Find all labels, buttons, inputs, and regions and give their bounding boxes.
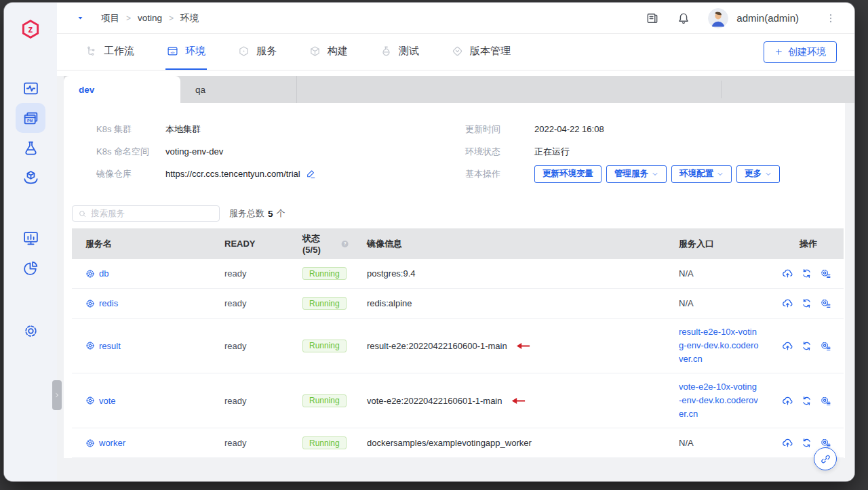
service-helm-icon <box>85 396 95 405</box>
tab-version[interactable]: 版本管理 <box>450 34 512 70</box>
restart-refresh-icon[interactable] <box>801 437 812 449</box>
config-gear-file-icon[interactable] <box>820 340 831 352</box>
create-environment-button[interactable]: 创建环境 <box>764 41 837 63</box>
deploy-cloud-upload-icon[interactable] <box>782 298 793 309</box>
config-gear-file-icon[interactable] <box>820 395 831 407</box>
sidebar-collapse-handle[interactable] <box>52 380 62 410</box>
breadcrumb-projects[interactable]: 项目 <box>101 12 119 24</box>
col-actions: 操作 <box>766 234 844 254</box>
restart-refresh-icon[interactable] <box>801 340 812 352</box>
tab-environment[interactable]: </> 环境 <box>165 34 207 70</box>
test-flask-icon <box>380 45 392 57</box>
status-badge: Running <box>302 340 347 352</box>
more-button[interactable]: 更多 <box>736 165 780 183</box>
tab-label: 构建 <box>328 45 348 58</box>
ready-cell: ready <box>211 431 289 455</box>
svg-text:</>: </> <box>170 51 175 54</box>
update-env-vars-button[interactable]: 更新环境变量 <box>534 165 601 183</box>
tab-test[interactable]: 测试 <box>379 34 420 70</box>
link-icon <box>820 453 831 465</box>
service-name-link[interactable]: db <box>99 268 108 279</box>
col-status: 状态(5/5) ? <box>289 228 353 259</box>
environment-tab-strip: dev qa <box>64 76 854 103</box>
workflow-icon <box>85 45 97 57</box>
deploy-cloud-upload-icon[interactable] <box>782 437 793 449</box>
create-environment-label: 创建环境 <box>788 46 826 58</box>
share-link-button[interactable] <box>814 447 837 470</box>
zadig-logo-icon[interactable]: z <box>20 19 41 39</box>
flask-icon <box>22 140 39 157</box>
sidebar-item-projects[interactable]: PM <box>16 103 45 133</box>
avatar[interactable] <box>708 8 728 28</box>
deploy-cloud-upload-icon[interactable] <box>782 268 793 279</box>
svg-text:PM: PM <box>27 119 33 123</box>
search-box <box>72 205 220 222</box>
service-toolbar: 服务总数 5 个 <box>72 205 845 222</box>
chevron-down-icon <box>717 171 724 178</box>
status-badge: Running <box>302 267 347 280</box>
tab-build[interactable]: 构建 <box>308 34 349 70</box>
sidebar-item-settings[interactable] <box>16 316 45 346</box>
breadcrumb: 项目 > voting > 环境 <box>76 12 199 24</box>
info-label: 镜像仓库 <box>96 168 165 180</box>
service-entry-link[interactable]: vote-e2e-10x-voting-env-dev.ko.coderover… <box>665 373 766 428</box>
config-gear-file-icon[interactable] <box>820 268 831 279</box>
info-label: 更新时间 <box>465 123 534 136</box>
tab-label: 环境 <box>185 45 205 58</box>
env-config-button[interactable]: 环境配置 <box>671 165 732 183</box>
total-unit: 个 <box>277 207 285 220</box>
config-gear-file-icon[interactable] <box>820 298 831 309</box>
bell-icon[interactable] <box>677 12 690 25</box>
sidebar-item-test[interactable] <box>16 133 45 163</box>
manage-services-button[interactable]: 管理服务 <box>606 165 667 183</box>
table-row: db ready Running postgres:9.4 N/A <box>72 259 844 289</box>
topbar: 项目 > voting > 环境 admin(admin) <box>57 3 854 34</box>
svg-text:z: z <box>28 24 33 35</box>
kebab-menu-icon[interactable] <box>825 12 837 24</box>
service-name-link[interactable]: worker <box>99 438 125 448</box>
help-question-icon[interactable]: ? <box>340 239 349 249</box>
username[interactable]: admin(admin) <box>736 12 799 24</box>
env-status-value: 正在运行 <box>534 146 570 158</box>
service-name-link[interactable]: redis <box>99 298 118 308</box>
sidebar-item-insight[interactable] <box>16 223 45 253</box>
search-input[interactable] <box>91 209 214 218</box>
project-dropdown-caret-icon[interactable] <box>76 14 85 22</box>
deploy-cloud-upload-icon[interactable] <box>782 340 793 352</box>
breadcrumb-project-name[interactable]: voting <box>138 13 162 23</box>
restart-refresh-icon[interactable] <box>801 298 812 309</box>
sidebar-item-statistics[interactable] <box>16 253 45 283</box>
info-row: K8s 命名空间 voting-env-dev <box>96 140 454 163</box>
table-row: vote ready Running vote-e2e:202204221606… <box>72 373 844 428</box>
breadcrumb-separator: > <box>169 14 174 23</box>
service-name-link[interactable]: result <box>99 341 121 351</box>
strip-divider <box>721 81 722 98</box>
ready-cell: ready <box>211 389 289 413</box>
deploy-cloud-upload-icon[interactable] <box>782 395 793 407</box>
services-table: 服务名 READY 状态(5/5) ? 镜像信息 服务入口 操作 <box>72 228 844 458</box>
image-info: redis:alpine <box>367 298 412 308</box>
activity-monitor-icon <box>22 80 39 97</box>
service-name-link[interactable]: vote <box>99 396 116 406</box>
update-time-value: 2022-04-22 16:08 <box>534 124 604 134</box>
edit-pencil-icon[interactable] <box>306 169 316 179</box>
ready-cell: ready <box>211 291 289 315</box>
restart-refresh-icon[interactable] <box>801 268 812 279</box>
env-tab-dev[interactable]: dev <box>64 76 180 103</box>
tab-services[interactable]: 服务 <box>237 34 278 70</box>
app-window: z PM 项目 <box>4 3 854 481</box>
service-total: 服务总数 5 个 <box>229 207 285 220</box>
spacer <box>57 70 854 76</box>
tab-workflow[interactable]: 工作流 <box>84 34 136 70</box>
k8s-namespace-value: voting-env-dev <box>165 146 223 157</box>
restart-refresh-icon[interactable] <box>801 395 812 407</box>
service-entry-link[interactable]: result-e2e-10x-voting-env-dev.ko.coderov… <box>665 319 766 373</box>
docs-icon[interactable] <box>646 12 659 25</box>
tab-label: 工作流 <box>104 45 134 58</box>
env-tab-qa[interactable]: qa <box>180 76 297 103</box>
info-row: 更新时间 2022-04-22 16:08 <box>465 118 845 140</box>
sidebar-item-dashboard[interactable] <box>16 73 45 103</box>
sidebar-item-delivery[interactable] <box>16 163 45 192</box>
sidebar: z PM <box>4 3 57 481</box>
content: dev qa K8s 集群 本地集群 K8s 命名空间 voting-env-d… <box>57 76 854 481</box>
